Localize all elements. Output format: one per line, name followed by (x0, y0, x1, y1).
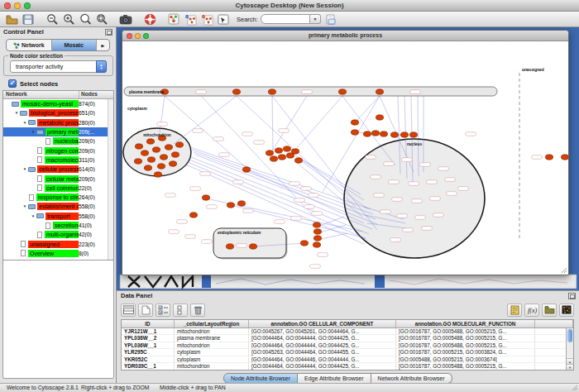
snapshot-icon[interactable] (118, 12, 133, 26)
network-node[interactable] (227, 203, 234, 208)
table-column-header[interactable]: ID (122, 320, 175, 327)
window-resize-grip[interactable] (561, 267, 567, 274)
scroll-up-icon[interactable]: ▲ (567, 358, 573, 364)
float-panel-icon[interactable] (105, 29, 112, 36)
network-node[interactable] (165, 145, 172, 150)
network-node[interactable] (313, 242, 320, 247)
formula-builder-icon[interactable]: f(x) (524, 304, 539, 317)
attribute-list-icon[interactable] (173, 304, 188, 317)
network-node[interactable] (202, 195, 209, 200)
table-scrollbar-thumb[interactable] (567, 329, 572, 342)
select-attributes-icon[interactable] (156, 304, 170, 317)
table-row[interactable]: YJR121W__1mitochondrion[GO:0045267, GO:0… (122, 328, 573, 335)
network-node[interactable] (283, 146, 290, 151)
network-node[interactable] (169, 161, 176, 166)
network-node[interactable] (232, 89, 240, 94)
tree-row[interactable]: cellular metabo209(0) (3, 174, 113, 183)
select-nodes-checkbox[interactable]: ✓ (8, 79, 17, 88)
network-node[interactable] (270, 156, 277, 161)
network-node[interactable] (135, 144, 142, 149)
network-node[interactable] (154, 172, 161, 177)
network-node[interactable] (144, 165, 151, 170)
network-node[interactable] (175, 142, 183, 147)
new-network-icon[interactable] (166, 12, 181, 26)
table-row[interactable]: YDR039C__1mitochondrion[GO:0044464, GO:0… (122, 363, 573, 370)
help-icon[interactable] (142, 12, 157, 26)
tree-row[interactable]: ▼cellular process614(0) (3, 165, 113, 174)
table-column-header[interactable]: _cellularLayoutRegion (175, 320, 249, 327)
zoom-in-icon[interactable] (61, 12, 76, 26)
network-node[interactable] (152, 147, 160, 152)
tab-mosaic[interactable]: Mosaic (52, 40, 98, 50)
tree-row[interactable]: nucleobase-209(0) (3, 136, 113, 146)
table-row[interactable]: YKR052Ccytoplasm[GO:0044464, GO:0044446,… (122, 356, 573, 363)
table-row[interactable]: YPL036W__2plasma membrane[GO:0044464, GO… (122, 335, 573, 342)
annotation-tool-icon[interactable] (216, 12, 231, 26)
tree-row[interactable]: response to stimulu264(0) (3, 193, 113, 202)
network-node[interactable] (226, 244, 233, 249)
network-node[interactable] (561, 155, 568, 160)
zoom-fit-icon[interactable] (78, 12, 93, 26)
network-node[interactable] (376, 115, 383, 120)
network-node[interactable] (380, 131, 387, 136)
network-node[interactable] (278, 155, 285, 160)
table-mode-icon[interactable] (121, 304, 136, 317)
network-node[interactable] (134, 159, 141, 164)
network-node[interactable] (376, 89, 383, 94)
tree-col-network[interactable]: Network (3, 91, 79, 98)
network-node[interactable] (351, 130, 358, 135)
network-window-titlebar[interactable]: primary metabolic process (122, 31, 568, 41)
annotation-icon[interactable] (507, 304, 522, 317)
network-node[interactable] (249, 244, 256, 249)
tree-row[interactable]: ▼primary metabo209(... (3, 127, 113, 136)
network-view-window[interactable]: primary metabolic process plasma membran… (122, 30, 569, 275)
network-node[interactable] (189, 213, 197, 218)
minimize-button[interactable] (14, 2, 21, 9)
tree-row[interactable]: ▼metabolic process280(0) (3, 118, 113, 127)
net-close-button[interactable] (127, 33, 132, 39)
net-minimize-button[interactable] (135, 33, 141, 39)
search-input[interactable] (261, 14, 310, 24)
network-node[interactable] (294, 158, 302, 163)
network-node[interactable] (242, 167, 250, 172)
tree-row[interactable]: unassigned223(0) (3, 239, 113, 248)
network-node[interactable] (141, 151, 148, 155)
zoom-button[interactable] (24, 2, 31, 9)
tree-row[interactable]: ▼establishment of lo558(0) (3, 202, 113, 211)
network-node[interactable] (313, 236, 321, 241)
network-node[interactable] (268, 89, 275, 94)
tree-row[interactable]: cell communicat22(0) (3, 184, 113, 193)
table-column-header[interactable]: annotation.GO MOLECULAR_FUNCTION (396, 320, 535, 327)
network-node[interactable] (157, 164, 165, 169)
import-attributes-icon[interactable] (542, 304, 557, 317)
network-node[interactable] (363, 131, 371, 136)
new-attribute-icon[interactable] (138, 304, 153, 317)
table-column-header[interactable]: annotation.GO CELLULAR_COMPONENT (249, 320, 396, 327)
tree-row[interactable]: ▼transport558(0) (3, 212, 113, 221)
network-node[interactable] (237, 201, 245, 206)
tree-col-nodes[interactable]: Nodes (79, 91, 113, 98)
tree-row[interactable]: nitrogen compo209(0) (3, 146, 113, 155)
table-row[interactable]: YLR295Ccytoplasm[GO:0045263, GO:0044464,… (122, 349, 573, 356)
tree-row[interactable]: ▼biological_process651(0) (3, 108, 113, 117)
table-scrollbar[interactable]: ▲ ▼ (566, 328, 573, 370)
network-node[interactable] (147, 157, 155, 162)
network-node[interactable] (275, 148, 282, 153)
tab-network[interactable]: Network (7, 40, 52, 50)
network-node[interactable] (300, 241, 308, 246)
copy-node-attributes-icon[interactable]: a (183, 12, 198, 26)
zoom-selected-region-icon[interactable] (94, 12, 109, 26)
zoom-out-icon[interactable] (45, 12, 60, 26)
network-node[interactable] (286, 153, 294, 158)
network-node[interactable] (313, 222, 320, 227)
app-resize-grip[interactable] (572, 385, 578, 391)
network-node[interactable] (338, 89, 346, 94)
tree-row[interactable]: secretion41(0) (3, 221, 113, 230)
network-node[interactable] (371, 131, 379, 136)
table-row[interactable]: YPL036W__1mitochondrion[GO:0044464, GO:0… (122, 342, 573, 349)
node-color-dropdown[interactable]: transporter activity ▲▼ (10, 60, 107, 73)
tree-row[interactable]: macromolecule311(0) (3, 155, 113, 165)
open-session-icon[interactable] (4, 12, 19, 26)
network-node[interactable] (146, 139, 154, 144)
tree-row[interactable]: multi-organism pro42(0) (3, 230, 113, 239)
